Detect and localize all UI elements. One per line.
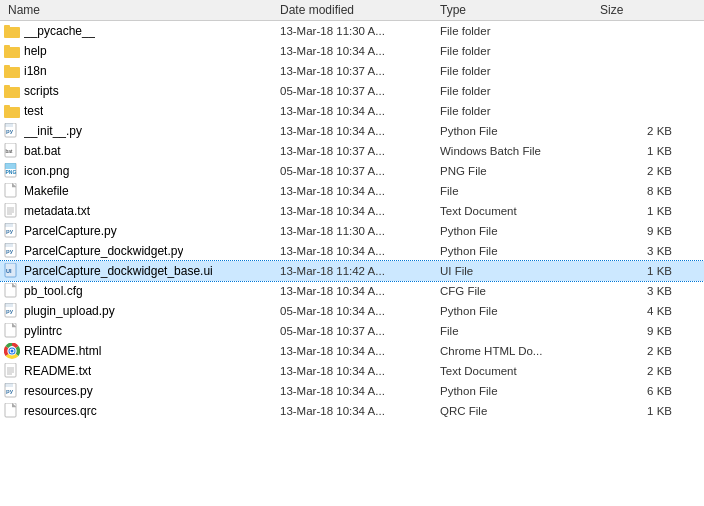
cell-name: help bbox=[0, 43, 280, 59]
cell-type: File folder bbox=[440, 25, 600, 37]
header-type[interactable]: Type bbox=[440, 3, 600, 17]
file-icon bbox=[4, 43, 20, 59]
cell-name: py plugin_upload.py bbox=[0, 303, 280, 319]
cell-name: py ParcelCapture.py bbox=[0, 223, 280, 239]
svg-text:py: py bbox=[6, 388, 14, 394]
svg-rect-9 bbox=[4, 105, 10, 109]
table-row[interactable]: test 13-Mar-18 10:34 A... File folder bbox=[0, 101, 704, 121]
cell-date: 13-Mar-18 10:34 A... bbox=[280, 185, 440, 197]
file-rows: __pycache__ 13-Mar-18 11:30 A... File fo… bbox=[0, 21, 704, 421]
cell-type: File folder bbox=[440, 105, 600, 117]
cell-date: 05-Mar-18 10:37 A... bbox=[280, 325, 440, 337]
cell-type: Python File bbox=[440, 305, 600, 317]
table-row[interactable]: metadata.txt 13-Mar-18 10:34 A... Text D… bbox=[0, 201, 704, 221]
svg-text:UI: UI bbox=[6, 268, 12, 274]
table-row[interactable]: README.html 13-Mar-18 10:34 A... Chrome … bbox=[0, 341, 704, 361]
table-row[interactable]: pb_tool.cfg 13-Mar-18 10:34 A... CFG Fil… bbox=[0, 281, 704, 301]
file-name: ParcelCapture_dockwidget.py bbox=[24, 244, 183, 258]
cell-type: File bbox=[440, 325, 600, 337]
table-row[interactable]: py resources.py 13-Mar-18 10:34 A... Pyt… bbox=[0, 381, 704, 401]
cell-date: 13-Mar-18 10:34 A... bbox=[280, 365, 440, 377]
cell-name: py resources.py bbox=[0, 383, 280, 399]
cell-type: Windows Batch File bbox=[440, 145, 600, 157]
table-row[interactable]: pylintrc 05-Mar-18 10:37 A... File 9 KB bbox=[0, 321, 704, 341]
cell-date: 05-Mar-18 10:37 A... bbox=[280, 165, 440, 177]
cell-type: Python File bbox=[440, 225, 600, 237]
cell-type: File folder bbox=[440, 45, 600, 57]
cell-name: test bbox=[0, 103, 280, 119]
cell-name: README.html bbox=[0, 343, 280, 359]
table-row[interactable]: py ParcelCapture_dockwidget.py 13-Mar-18… bbox=[0, 241, 704, 261]
header-date[interactable]: Date modified bbox=[280, 3, 440, 17]
table-row[interactable]: README.txt 13-Mar-18 10:34 A... Text Doc… bbox=[0, 361, 704, 381]
cell-date: 13-Mar-18 10:34 A... bbox=[280, 405, 440, 417]
table-row[interactable]: Makefile 13-Mar-18 10:34 A... File 8 KB bbox=[0, 181, 704, 201]
file-name: metadata.txt bbox=[24, 204, 90, 218]
svg-point-40 bbox=[11, 350, 14, 353]
file-icon bbox=[4, 23, 20, 39]
cell-name: metadata.txt bbox=[0, 203, 280, 219]
table-header: Name Date modified Type Size bbox=[0, 0, 704, 21]
file-name: bat.bat bbox=[24, 144, 61, 158]
cell-name: py __init__.py bbox=[0, 123, 280, 139]
svg-rect-5 bbox=[4, 65, 10, 69]
cell-name: UI ParcelCapture_dockwidget_base.ui bbox=[0, 263, 280, 279]
svg-rect-7 bbox=[4, 85, 10, 89]
cell-type: UI File bbox=[440, 265, 600, 277]
svg-rect-3 bbox=[4, 45, 10, 49]
svg-rect-11 bbox=[5, 123, 13, 127]
cell-name: py ParcelCapture_dockwidget.py bbox=[0, 243, 280, 259]
cell-date: 13-Mar-18 10:37 A... bbox=[280, 65, 440, 77]
cell-date: 13-Mar-18 10:34 A... bbox=[280, 105, 440, 117]
cell-name: __pycache__ bbox=[0, 23, 280, 39]
table-row[interactable]: scripts 05-Mar-18 10:37 A... File folder bbox=[0, 81, 704, 101]
cell-size: 1 KB bbox=[600, 145, 680, 157]
file-icon bbox=[4, 63, 20, 79]
cell-size: 1 KB bbox=[600, 405, 680, 417]
cell-date: 13-Mar-18 11:30 A... bbox=[280, 225, 440, 237]
file-icon bbox=[4, 323, 20, 339]
table-row[interactable]: PNG icon.png 05-Mar-18 10:37 A... PNG Fi… bbox=[0, 161, 704, 181]
header-size[interactable]: Size bbox=[600, 3, 680, 17]
cell-name: scripts bbox=[0, 83, 280, 99]
table-row[interactable]: __pycache__ 13-Mar-18 11:30 A... File fo… bbox=[0, 21, 704, 41]
svg-rect-1 bbox=[4, 25, 10, 29]
table-row[interactable]: py __init__.py 13-Mar-18 10:34 A... Pyth… bbox=[0, 121, 704, 141]
file-name: ParcelCapture_dockwidget_base.ui bbox=[24, 264, 213, 278]
table-row[interactable]: py ParcelCapture.py 13-Mar-18 11:30 A...… bbox=[0, 221, 704, 241]
cell-size: 2 KB bbox=[600, 365, 680, 377]
cell-size: 2 KB bbox=[600, 345, 680, 357]
table-row[interactable]: UI ParcelCapture_dockwidget_base.ui 13-M… bbox=[0, 261, 704, 281]
table-row[interactable]: py plugin_upload.py 05-Mar-18 10:34 A...… bbox=[0, 301, 704, 321]
cell-size: 8 KB bbox=[600, 185, 680, 197]
cell-name: PNG icon.png bbox=[0, 163, 280, 179]
cell-size: 3 KB bbox=[600, 245, 680, 257]
file-icon: py bbox=[4, 303, 20, 319]
file-icon bbox=[4, 363, 20, 379]
table-row[interactable]: help 13-Mar-18 10:34 A... File folder bbox=[0, 41, 704, 61]
cell-size: 9 KB bbox=[600, 225, 680, 237]
cell-size: 9 KB bbox=[600, 325, 680, 337]
file-name: __init__.py bbox=[24, 124, 82, 138]
cell-size: 3 KB bbox=[600, 285, 680, 297]
file-name: i18n bbox=[24, 64, 47, 78]
cell-size: 6 KB bbox=[600, 385, 680, 397]
file-icon bbox=[4, 103, 20, 119]
svg-text:py: py bbox=[6, 248, 14, 254]
cell-size: 1 KB bbox=[600, 265, 680, 277]
file-icon bbox=[4, 203, 20, 219]
table-row[interactable]: resources.qrc 13-Mar-18 10:34 A... QRC F… bbox=[0, 401, 704, 421]
cell-date: 13-Mar-18 10:34 A... bbox=[280, 45, 440, 57]
cell-name: pylintrc bbox=[0, 323, 280, 339]
svg-text:py: py bbox=[6, 128, 14, 134]
table-row[interactable]: bat bat.bat 13-Mar-18 10:37 A... Windows… bbox=[0, 141, 704, 161]
header-name[interactable]: Name bbox=[0, 3, 280, 17]
cell-date: 13-Mar-18 10:34 A... bbox=[280, 285, 440, 297]
table-row[interactable]: i18n 13-Mar-18 10:37 A... File folder bbox=[0, 61, 704, 81]
svg-text:bat: bat bbox=[6, 148, 14, 154]
file-name: test bbox=[24, 104, 43, 118]
cell-name: resources.qrc bbox=[0, 403, 280, 419]
cell-size: 2 KB bbox=[600, 125, 680, 137]
svg-rect-25 bbox=[5, 223, 13, 227]
file-icon: py bbox=[4, 383, 20, 399]
